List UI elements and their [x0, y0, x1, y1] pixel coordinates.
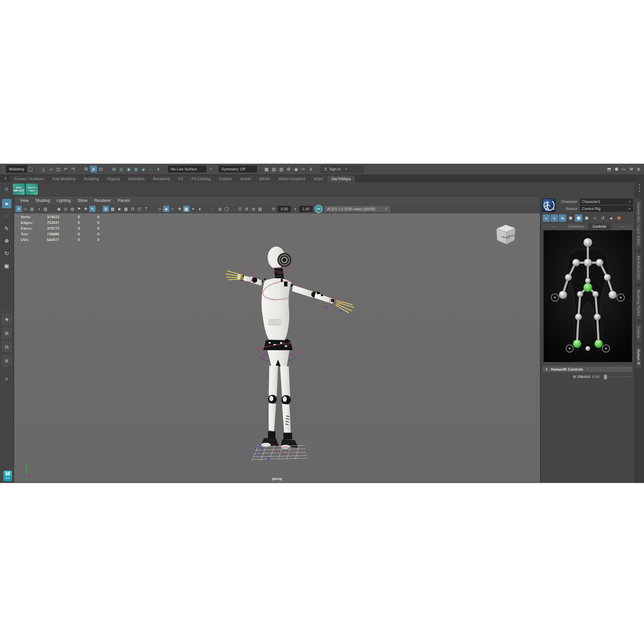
snap-projected-center-icon[interactable]: ◍	[133, 166, 140, 172]
rotate-tool[interactable]: ↻	[2, 249, 11, 258]
pin-rotate-icon[interactable]: ↺	[599, 214, 606, 222]
two-pane-layout-button[interactable]: ⊟	[2, 341, 11, 352]
snap-options-arrow-icon[interactable]: ▾	[155, 166, 162, 172]
scroll-up-icon[interactable]: ▲	[638, 183, 641, 186]
lock-camera-icon[interactable]: ▭	[22, 206, 29, 212]
select-hierarchy-icon[interactable]: ⧉	[83, 166, 90, 172]
slider-handle[interactable]	[604, 375, 607, 379]
four-pane-layout-button[interactable]: ⊞	[2, 328, 11, 338]
layer-override-icon[interactable]: ⧉	[244, 206, 250, 212]
pan-zoom-icon[interactable]: ✥	[83, 206, 89, 212]
colorspace-dropdown[interactable]: ACES 1.0 SDR-video (sRGB) ▼	[324, 206, 390, 212]
resolution-gate-icon[interactable]: ◙	[116, 206, 122, 212]
make-live-icon[interactable]: ◌	[148, 166, 154, 172]
safe-title-icon[interactable]: T	[143, 206, 149, 212]
select-object-icon[interactable]: ➤	[90, 166, 97, 172]
save-scene-icon[interactable]: ◫	[55, 166, 62, 172]
view-cube[interactable]: FRONT RIGHT	[490, 220, 519, 249]
film-gate-icon[interactable]: ▦	[109, 206, 116, 212]
auto-rig-button[interactable]: AUTO RIG	[26, 183, 38, 195]
daz-import-button[interactable]: DAZ IMPORT	[13, 183, 25, 195]
select-camera-icon[interactable]: A	[15, 206, 22, 212]
perspective-camera-icon[interactable]: ◉	[56, 206, 62, 212]
select-component-icon[interactable]: ⊡	[98, 166, 104, 172]
skeleton-bone-icon[interactable]: ⌁	[543, 214, 550, 222]
select-tool[interactable]: ➤	[2, 199, 11, 208]
character-dropdown[interactable]: Character1 ▼	[580, 199, 633, 205]
new-scene-icon[interactable]: ▯	[40, 166, 47, 172]
pause-viewport-icon[interactable]: ‖	[308, 166, 314, 172]
paint-select-tool[interactable]: ✎	[2, 224, 11, 233]
camera-attributes-icon[interactable]: ▤	[29, 206, 35, 212]
lasso-select-tool[interactable]: ◌	[2, 211, 11, 221]
use-all-lights-icon[interactable]: ☀	[190, 206, 196, 212]
channel-box-icon[interactable]: ≔	[621, 166, 627, 172]
snap-point-icon[interactable]: ◉	[125, 166, 132, 172]
sign-in-dropdown[interactable]: Sign In ▼	[321, 165, 364, 173]
grease-pencil-icon[interactable]: ✎	[89, 206, 96, 212]
character-picker[interactable]	[543, 230, 632, 362]
stereo-camera-icon[interactable]: ◎	[62, 206, 69, 212]
body-part-icon[interactable]: ⚉	[575, 214, 582, 222]
workspace-cube-icon[interactable]: ⬒	[606, 166, 612, 172]
humanik-controls-header[interactable]: ▼ HumanIK Controls	[542, 366, 632, 372]
multi-camera-icon[interactable]: ◍	[69, 206, 75, 212]
mute-icon[interactable]: ◄	[607, 214, 614, 222]
motion-blur-icon[interactable]: ◍	[217, 206, 223, 212]
safe-action-icon[interactable]: ◰	[136, 206, 143, 212]
image-plane-icon[interactable]: ▨	[42, 206, 49, 212]
anti-alias-icon[interactable]: ◯	[223, 206, 230, 212]
paint-effects-icon[interactable]: ✂	[300, 166, 307, 172]
diagonal-icon[interactable]: ▨	[257, 206, 263, 212]
bookmark-flag-icon[interactable]: ⚑	[76, 206, 82, 212]
wireframe-on-shaded-icon[interactable]: ◐	[170, 206, 176, 212]
color-management-toggle[interactable]: ON	[315, 205, 323, 213]
snap-grid-icon[interactable]: ⊞	[111, 166, 117, 172]
single-pane-layout-button[interactable]: ❖	[2, 314, 11, 325]
spine-icon[interactable]: ≋	[559, 214, 566, 222]
render-frame-icon[interactable]: ▤	[271, 166, 277, 172]
ipr-render-icon[interactable]: ▥	[278, 166, 285, 172]
pin-translate-icon[interactable]: ⊹	[591, 214, 598, 222]
live-surface-field[interactable]: No Live Surface	[168, 166, 206, 172]
grid-toggle-icon[interactable]: ⊞	[103, 206, 109, 212]
redo-icon[interactable]: ↷	[70, 166, 76, 172]
scroll-dot-icon[interactable]: ●	[639, 186, 640, 190]
viewport-canvas[interactable]: Verts:37451200 Edges:75243700 Faces:3797…	[14, 213, 540, 483]
scroll-down-icon[interactable]: ▼	[638, 190, 641, 193]
gate-mask-icon[interactable]: ▩	[123, 206, 129, 212]
wireframe-icon[interactable]: ◇	[156, 206, 163, 212]
shaded-icon[interactable]: ◈	[163, 206, 169, 212]
snap-curve-icon[interactable]: ◎	[118, 166, 125, 172]
render-view-icon[interactable]: ▦	[263, 166, 270, 172]
slider-track[interactable]	[604, 376, 632, 377]
scale-tool[interactable]: ▣	[2, 261, 11, 270]
refresh-colorspace-icon[interactable]: ⟳	[270, 206, 277, 212]
body-select-icon[interactable]: ⚉	[615, 214, 623, 222]
layer-stack-icon[interactable]: ≣	[635, 166, 642, 172]
menu-set-dropdown[interactable]: Modeling ▼	[6, 165, 34, 173]
shelf-menu-icon[interactable]: ≡	[3, 176, 8, 181]
symmetry-field[interactable]: Symmetry: Off	[219, 166, 257, 172]
screen-space-ao-icon[interactable]: ◌	[210, 206, 216, 212]
move-tool[interactable]: ✥	[2, 236, 11, 246]
exposure-field[interactable]: 0.00	[278, 206, 291, 212]
display-render-globals-icon[interactable]: ◉	[293, 166, 300, 172]
checkered-icon[interactable]: ▩	[183, 206, 190, 212]
contrast-icon[interactable]: ◑	[292, 206, 298, 212]
layer-merge-icon[interactable]: ⧉	[250, 206, 257, 212]
textured-icon[interactable]: ❖	[176, 206, 183, 212]
gamma-field[interactable]: 1.00	[299, 206, 312, 212]
tool-settings-icon[interactable]: ⚒	[628, 166, 635, 172]
field-chart-icon[interactable]: ⊟	[129, 206, 136, 212]
outliner-layout-button[interactable]: ≣	[2, 355, 11, 366]
undo-icon[interactable]: ↶	[62, 166, 69, 172]
grip-handle[interactable]	[2, 165, 5, 173]
humanik-logo[interactable]	[542, 199, 555, 212]
pose-editor-icon[interactable]: ⚉	[613, 166, 620, 172]
shadows-icon[interactable]: ●	[197, 206, 203, 212]
skeleton-joint-icon[interactable]: ⌁	[551, 214, 558, 222]
source-dropdown[interactable]: Control Rig ▼	[580, 206, 633, 212]
bookmark-icon[interactable]: ◑	[36, 206, 42, 212]
full-body-icon[interactable]: ⚉	[567, 214, 574, 222]
